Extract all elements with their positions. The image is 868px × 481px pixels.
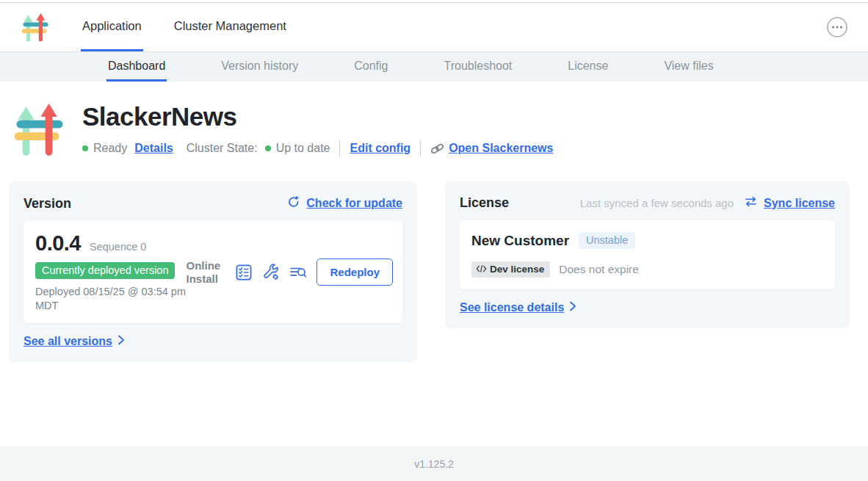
deployed-timestamp: Deployed 08/15/25 @ 03:54 pm MDT	[35, 285, 186, 313]
subtab-troubleshoot[interactable]: Troubleshoot	[442, 52, 513, 82]
chevron-right-icon	[569, 301, 576, 314]
subtab-version-history[interactable]: Version history	[220, 52, 300, 82]
version-card: Version Check for update 0.0.4 Sequence …	[9, 181, 417, 362]
app-status-label: Ready	[93, 142, 127, 155]
chevron-right-icon	[117, 335, 125, 348]
cluster-state-dot	[265, 145, 271, 151]
preflight-checklist-icon[interactable]	[235, 264, 253, 281]
customer-name: New Customer	[471, 233, 569, 249]
see-all-versions-link[interactable]: See all versions	[23, 335, 125, 348]
see-license-details-link[interactable]: See license details	[460, 301, 576, 314]
license-card: License Last synced a few seconds ago Sy…	[445, 181, 850, 328]
link-icon	[430, 142, 444, 156]
subtab-license[interactable]: License	[566, 52, 610, 82]
install-type-label: Online Install	[186, 259, 225, 285]
version-card-title: Version	[23, 196, 71, 211]
sync-license-link[interactable]: Sync license	[764, 197, 835, 210]
top-nav: Application Cluster Management	[0, 3, 868, 51]
config-wrench-icon[interactable]	[262, 264, 280, 281]
check-for-update-link[interactable]: Check for update	[306, 197, 402, 210]
slackernews-app-logo	[15, 102, 63, 156]
deployed-badge: Currently deployed version	[35, 262, 175, 279]
license-card-title: License	[460, 195, 509, 211]
view-logs-icon[interactable]	[289, 264, 307, 281]
tab-application[interactable]: Application	[81, 3, 143, 51]
console-version: v1.125.2	[414, 458, 454, 470]
app-sub-nav: Dashboard Version history Config Trouble…	[0, 51, 868, 82]
divider	[420, 140, 421, 156]
top-nav-tabs: Application Cluster Management	[81, 3, 288, 51]
redeploy-button[interactable]: Redeploy	[317, 258, 393, 286]
divider	[339, 140, 340, 156]
edit-config-link[interactable]: Edit config	[350, 142, 411, 155]
cluster-state-value: Up to date	[276, 142, 330, 155]
ellipsis-menu-icon[interactable]	[825, 15, 849, 39]
app-status-dot	[82, 145, 88, 151]
dashboard-cards: Version Check for update 0.0.4 Sequence …	[9, 181, 850, 362]
sync-icon	[744, 196, 758, 210]
details-link[interactable]: Details	[134, 142, 173, 155]
tab-cluster-management[interactable]: Cluster Management	[173, 3, 288, 51]
app-header: SlackerNews Ready Details Cluster State:…	[15, 99, 868, 156]
app-status-row: Ready Details Cluster State: Up to date …	[82, 140, 553, 156]
code-icon	[476, 264, 487, 275]
slackernews-logo	[22, 12, 48, 42]
subtab-view-files[interactable]: View files	[662, 52, 715, 82]
sequence-label: Sequence 0	[90, 241, 146, 253]
subtab-dashboard[interactable]: Dashboard	[106, 52, 167, 82]
license-expiry: Does not expire	[559, 263, 639, 276]
console-footer: v1.125.2	[0, 446, 868, 481]
cluster-state-label: Cluster State:	[187, 142, 258, 155]
current-version-box: 0.0.4 Sequence 0 Currently deployed vers…	[23, 221, 402, 323]
version-number: 0.0.4	[35, 231, 81, 256]
open-app-link[interactable]: Open Slackernews	[449, 142, 553, 155]
page-title: SlackerNews	[82, 102, 553, 131]
last-synced-label: Last synced a few seconds ago	[580, 197, 734, 209]
refresh-icon	[287, 195, 300, 211]
subtab-config[interactable]: Config	[352, 52, 389, 82]
license-details-box: New Customer Unstable Dev license Does n…	[460, 220, 835, 289]
channel-badge: Unstable	[579, 232, 635, 249]
license-type-badge: Dev license	[471, 261, 550, 278]
